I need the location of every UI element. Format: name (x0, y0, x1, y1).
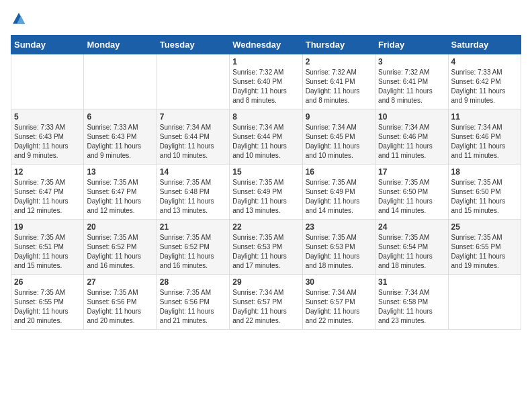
day-number: 21 (160, 222, 226, 232)
cell-info: Sunrise: 7:33 AMSunset: 6:43 PMDaylight:… (87, 123, 153, 161)
cell-info: Sunrise: 7:35 AMSunset: 6:56 PMDaylight:… (87, 288, 153, 326)
day-number: 26 (14, 277, 81, 287)
calendar-cell (157, 54, 229, 109)
day-number: 10 (378, 112, 445, 122)
calendar-cell: 7Sunrise: 7:34 AMSunset: 6:44 PMDaylight… (157, 109, 229, 165)
calendar-cell: 19Sunrise: 7:35 AMSunset: 6:51 PMDayligh… (11, 220, 84, 275)
cell-info: Sunrise: 7:34 AMSunset: 6:46 PMDaylight:… (451, 123, 518, 161)
cell-info: Sunrise: 7:34 AMSunset: 6:46 PMDaylight:… (378, 123, 445, 161)
calendar-cell: 14Sunrise: 7:35 AMSunset: 6:48 PMDayligh… (157, 165, 229, 220)
cell-info: Sunrise: 7:35 AMSunset: 6:56 PMDaylight:… (160, 288, 226, 326)
day-number: 30 (306, 277, 372, 287)
day-number: 7 (160, 112, 226, 122)
day-number: 25 (451, 222, 518, 232)
day-number: 3 (378, 57, 445, 66)
day-header-monday: Monday (84, 36, 157, 54)
cell-info: Sunrise: 7:34 AMSunset: 6:57 PMDaylight:… (232, 288, 299, 326)
cell-info: Sunrise: 7:32 AMSunset: 6:40 PMDaylight:… (232, 68, 299, 105)
logo (11, 11, 30, 27)
calendar-cell: 5Sunrise: 7:33 AMSunset: 6:43 PMDaylight… (11, 109, 84, 165)
day-number: 31 (378, 277, 445, 287)
cell-info: Sunrise: 7:35 AMSunset: 6:48 PMDaylight:… (160, 178, 226, 216)
cell-info: Sunrise: 7:35 AMSunset: 6:50 PMDaylight:… (378, 178, 445, 216)
calendar-cell: 28Sunrise: 7:35 AMSunset: 6:56 PMDayligh… (157, 275, 229, 330)
day-number: 20 (87, 222, 153, 232)
day-number: 9 (306, 112, 372, 122)
cell-info: Sunrise: 7:35 AMSunset: 6:50 PMDaylight:… (451, 178, 518, 216)
day-header-thursday: Thursday (302, 36, 375, 54)
cell-info: Sunrise: 7:35 AMSunset: 6:47 PMDaylight:… (14, 178, 81, 216)
day-header-wednesday: Wednesday (230, 36, 302, 54)
calendar-cell: 9Sunrise: 7:34 AMSunset: 6:45 PMDaylight… (302, 109, 375, 165)
calendar-cell: 13Sunrise: 7:35 AMSunset: 6:47 PMDayligh… (84, 165, 157, 220)
cell-info: Sunrise: 7:35 AMSunset: 6:54 PMDaylight:… (378, 233, 445, 271)
day-number: 18 (451, 167, 518, 177)
day-header-sunday: Sunday (11, 36, 84, 54)
calendar-cell: 17Sunrise: 7:35 AMSunset: 6:50 PMDayligh… (375, 165, 448, 220)
week-row-0: 1Sunrise: 7:32 AMSunset: 6:40 PMDaylight… (11, 54, 521, 109)
calendar-cell (11, 54, 84, 109)
day-number: 15 (232, 167, 299, 177)
cell-info: Sunrise: 7:34 AMSunset: 6:58 PMDaylight:… (378, 288, 445, 326)
calendar-cell: 3Sunrise: 7:32 AMSunset: 6:41 PMDaylight… (375, 54, 448, 109)
calendar-cell: 10Sunrise: 7:34 AMSunset: 6:46 PMDayligh… (375, 109, 448, 165)
calendar-cell: 20Sunrise: 7:35 AMSunset: 6:52 PMDayligh… (84, 220, 157, 275)
calendar-cell: 22Sunrise: 7:35 AMSunset: 6:53 PMDayligh… (230, 220, 302, 275)
calendar-cell: 6Sunrise: 7:33 AMSunset: 6:43 PMDaylight… (84, 109, 157, 165)
day-header-friday: Friday (375, 36, 448, 54)
calendar-cell (84, 54, 157, 109)
calendar-cell: 15Sunrise: 7:35 AMSunset: 6:49 PMDayligh… (230, 165, 302, 220)
cell-info: Sunrise: 7:32 AMSunset: 6:41 PMDaylight:… (306, 68, 372, 105)
day-header-saturday: Saturday (448, 36, 521, 54)
cell-info: Sunrise: 7:34 AMSunset: 6:44 PMDaylight:… (232, 123, 299, 161)
calendar-cell: 29Sunrise: 7:34 AMSunset: 6:57 PMDayligh… (230, 275, 302, 330)
cell-info: Sunrise: 7:33 AMSunset: 6:43 PMDaylight:… (14, 123, 81, 161)
day-number: 19 (14, 222, 81, 232)
calendar-table: SundayMondayTuesdayWednesdayThursdayFrid… (11, 35, 521, 330)
cell-info: Sunrise: 7:34 AMSunset: 6:57 PMDaylight:… (306, 288, 372, 326)
week-row-2: 12Sunrise: 7:35 AMSunset: 6:47 PMDayligh… (11, 165, 521, 220)
day-number: 17 (378, 167, 445, 177)
calendar-cell: 4Sunrise: 7:33 AMSunset: 6:42 PMDaylight… (448, 54, 521, 109)
cell-info: Sunrise: 7:34 AMSunset: 6:44 PMDaylight:… (160, 123, 226, 161)
week-row-1: 5Sunrise: 7:33 AMSunset: 6:43 PMDaylight… (11, 109, 521, 165)
calendar-cell: 27Sunrise: 7:35 AMSunset: 6:56 PMDayligh… (84, 275, 157, 330)
day-number: 23 (306, 222, 372, 232)
day-number: 28 (160, 277, 226, 287)
calendar-cell: 2Sunrise: 7:32 AMSunset: 6:41 PMDaylight… (302, 54, 375, 109)
cell-info: Sunrise: 7:35 AMSunset: 6:47 PMDaylight:… (87, 178, 153, 216)
calendar-cell: 31Sunrise: 7:34 AMSunset: 6:58 PMDayligh… (375, 275, 448, 330)
day-number: 12 (14, 167, 81, 177)
cell-info: Sunrise: 7:35 AMSunset: 6:49 PMDaylight:… (306, 178, 372, 216)
cell-info: Sunrise: 7:35 AMSunset: 6:51 PMDaylight:… (14, 233, 81, 271)
calendar-cell: 30Sunrise: 7:34 AMSunset: 6:57 PMDayligh… (302, 275, 375, 330)
week-row-3: 19Sunrise: 7:35 AMSunset: 6:51 PMDayligh… (11, 220, 521, 275)
calendar-cell: 25Sunrise: 7:35 AMSunset: 6:55 PMDayligh… (448, 220, 521, 275)
cell-info: Sunrise: 7:35 AMSunset: 6:53 PMDaylight:… (232, 233, 299, 271)
day-number: 14 (160, 167, 226, 177)
calendar-cell: 26Sunrise: 7:35 AMSunset: 6:55 PMDayligh… (11, 275, 84, 330)
calendar-cell: 16Sunrise: 7:35 AMSunset: 6:49 PMDayligh… (302, 165, 375, 220)
cell-info: Sunrise: 7:34 AMSunset: 6:45 PMDaylight:… (306, 123, 372, 161)
cell-info: Sunrise: 7:33 AMSunset: 6:42 PMDaylight:… (451, 68, 518, 105)
cell-info: Sunrise: 7:35 AMSunset: 6:55 PMDaylight:… (451, 233, 518, 271)
calendar-cell: 21Sunrise: 7:35 AMSunset: 6:52 PMDayligh… (157, 220, 229, 275)
day-number: 11 (451, 112, 518, 122)
cell-info: Sunrise: 7:35 AMSunset: 6:52 PMDaylight:… (87, 233, 153, 271)
cell-info: Sunrise: 7:35 AMSunset: 6:49 PMDaylight:… (232, 178, 299, 216)
day-number: 29 (232, 277, 299, 287)
calendar-cell: 18Sunrise: 7:35 AMSunset: 6:50 PMDayligh… (448, 165, 521, 220)
logo-icon (11, 11, 27, 27)
calendar-header-row: SundayMondayTuesdayWednesdayThursdayFrid… (11, 36, 521, 54)
cell-info: Sunrise: 7:32 AMSunset: 6:41 PMDaylight:… (378, 68, 445, 105)
day-number: 13 (87, 167, 153, 177)
cell-info: Sunrise: 7:35 AMSunset: 6:52 PMDaylight:… (160, 233, 226, 271)
day-number: 8 (232, 112, 299, 122)
cell-info: Sunrise: 7:35 AMSunset: 6:53 PMDaylight:… (306, 233, 372, 271)
calendar-cell: 11Sunrise: 7:34 AMSunset: 6:46 PMDayligh… (448, 109, 521, 165)
calendar-cell: 8Sunrise: 7:34 AMSunset: 6:44 PMDaylight… (230, 109, 302, 165)
cell-info: Sunrise: 7:35 AMSunset: 6:55 PMDaylight:… (14, 288, 81, 326)
day-number: 22 (232, 222, 299, 232)
calendar-cell: 23Sunrise: 7:35 AMSunset: 6:53 PMDayligh… (302, 220, 375, 275)
day-number: 27 (87, 277, 153, 287)
